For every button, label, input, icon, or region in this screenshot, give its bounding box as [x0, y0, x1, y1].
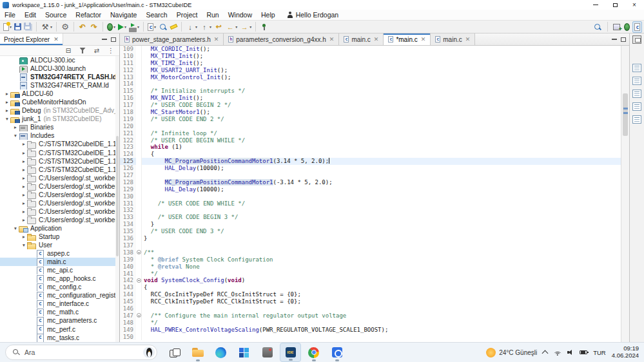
code-line-140[interactable]: 140 * @retval None	[120, 263, 621, 271]
maximize-view-icon[interactable]	[111, 37, 116, 42]
fold-margin[interactable]	[136, 200, 142, 207]
menu-edit[interactable]: Edit	[20, 11, 41, 19]
close-icon[interactable]: ✕	[214, 36, 219, 43]
build-targets-view-icon[interactable]	[632, 77, 641, 85]
tree-item-binaries[interactable]: ▸Binaries	[0, 123, 119, 131]
code-text[interactable]: MC_StartMotor1();	[142, 109, 621, 116]
expand-arrow-icon[interactable]: ▸	[4, 91, 10, 97]
occurrence-marker[interactable]	[623, 112, 628, 114]
maximize-view-icon[interactable]	[621, 37, 626, 42]
expand-arrow-icon[interactable]: ▸	[21, 184, 27, 189]
back-button[interactable]: ▾	[224, 21, 239, 33]
menu-refactor[interactable]: Refactor	[71, 11, 106, 19]
line-number[interactable]: 145	[120, 298, 136, 305]
code-text[interactable]: */	[142, 319, 621, 327]
tree-item-mc-parameters-c[interactable]: mc_parameters.c	[0, 316, 119, 325]
forward-button[interactable]: ▾	[239, 21, 253, 33]
code-text[interactable]: MX_USART2_UART_Init();	[142, 67, 621, 74]
expand-arrow-icon[interactable]: ▸	[12, 124, 19, 130]
dropdown-arrow-icon[interactable]: ▾	[124, 24, 126, 29]
tree-item-c-users-erdog-st-workbench[interactable]: ▸C:/Users/erdog/.st_workbench	[0, 216, 119, 224]
code-line-148[interactable]: 148 */	[120, 319, 621, 327]
line-number[interactable]: 132	[120, 207, 136, 214]
fold-margin[interactable]	[136, 235, 142, 242]
code-line-113[interactable]: 113 MX_MotorControl_Init();	[120, 74, 621, 81]
code-text[interactable]: /* USER CODE END WHILE */	[142, 200, 621, 207]
fold-margin[interactable]	[136, 158, 142, 165]
line-number[interactable]: 126	[120, 165, 136, 172]
undo-button[interactable]	[77, 21, 88, 33]
expand-arrow-icon[interactable]: ▸	[21, 192, 27, 198]
fold-margin[interactable]	[136, 298, 142, 305]
fold-margin[interactable]	[136, 291, 142, 298]
find-actions-icon[interactable]	[592, 21, 603, 33]
fold-margin[interactable]	[136, 305, 142, 312]
fold-margin[interactable]	[136, 60, 142, 67]
code-line-111[interactable]: 111 MX_TIM2_Init();	[120, 60, 621, 67]
line-number[interactable]: 114	[120, 81, 136, 88]
maximize-button[interactable]	[605, 0, 625, 10]
taskbar-search-box[interactable]: Ara	[5, 345, 157, 360]
tree-item-stm32g474retx-flash-ld[interactable]: STM32G474RETX_FLASH.ld	[0, 73, 119, 81]
expand-arrow-icon[interactable]: ▸	[4, 108, 10, 113]
menu-help[interactable]: Help	[257, 11, 280, 19]
taskbar-app-file-explorer[interactable]	[187, 343, 208, 362]
menu-project[interactable]: Project	[172, 11, 202, 19]
filter-icon[interactable]	[78, 46, 87, 55]
link-with-editor-icon[interactable]: ⇄	[92, 46, 101, 55]
code-text[interactable]	[142, 172, 621, 179]
code-line-126[interactable]: 126 HAL_Delay(10000);	[120, 165, 621, 172]
fold-margin[interactable]	[136, 179, 142, 186]
occurrence-marker[interactable]	[623, 108, 628, 110]
tree-item-mc-interface-c[interactable]: mc_interface.c	[0, 300, 119, 308]
dropdown-arrow-icon[interactable]: ▾	[10, 24, 12, 29]
tree-item-application[interactable]: ▾Application	[0, 224, 119, 233]
tree-item-aldcu-300-launch[interactable]: ALDCU-300.launch	[0, 64, 119, 73]
new-source-file-button[interactable]: ▾	[146, 21, 157, 33]
code-text[interactable]: /* USER CODE END 2 */	[142, 116, 621, 123]
expand-arrow-icon[interactable]: ▸	[21, 167, 27, 173]
line-number[interactable]: 141	[120, 271, 136, 278]
dropdown-arrow-icon[interactable]: ▾	[137, 24, 139, 29]
tree-item-aldcu-300-ioc[interactable]: ALDCU-300.ioc	[0, 56, 119, 64]
code-line-115[interactable]: 115 /* Initialize interrupts */	[120, 88, 621, 95]
line-number[interactable]: 129	[120, 186, 136, 193]
fold-margin[interactable]	[136, 116, 142, 123]
problems-view-icon[interactable]	[632, 115, 641, 124]
minimize-view-icon[interactable]	[612, 39, 617, 40]
tree-item-main-c[interactable]: main.c	[0, 258, 119, 266]
fold-collapse-icon[interactable]	[137, 313, 141, 318]
code-line-145[interactable]: 145 RCC_ClkInitTypeDef RCC_ClkInitStruct…	[120, 298, 621, 305]
tree-item-mc-perf-c[interactable]: mc_perf.c	[0, 325, 119, 334]
tree-item-c-users-erdog-st-workbench[interactable]: ▸C:/Users/erdog/.st_workbench	[0, 199, 119, 207]
tree-item-cubemonitorhandson[interactable]: ▸CubeMonitorHandsOn	[0, 98, 119, 106]
code-line-130[interactable]: 130	[120, 193, 621, 200]
code-line-116[interactable]: 116 MX_NVIC_Init();	[120, 95, 621, 102]
build-button[interactable]: ▾	[39, 21, 54, 33]
tree-item-mc-configuration-register[interactable]: mc_configuration_register	[0, 291, 119, 300]
code-text[interactable]: RCC_OscInitTypeDef RCC_OscInitStruct = {…	[142, 291, 621, 298]
battery-icon[interactable]	[580, 350, 587, 355]
tree-item-c-st-stm32cubeide-1-15-0[interactable]: ▸C:/ST/STM32CubeIDE_1.15.0/	[0, 166, 119, 174]
fold-margin[interactable]	[136, 228, 142, 235]
line-number[interactable]: 123	[120, 144, 136, 151]
line-number[interactable]: 128	[120, 179, 136, 186]
fold-margin[interactable]	[136, 214, 142, 221]
code-text[interactable]: /* Initialize interrupts */	[142, 88, 621, 95]
code-text[interactable]: MC_ProgramPositionCommandMotor1(-3.14 * …	[142, 179, 621, 186]
scrollbar-thumb[interactable]	[116, 136, 119, 256]
code-line-122[interactable]: 122 /* USER CODE BEGIN WHILE */	[120, 137, 621, 144]
code-line-114[interactable]: 114	[120, 81, 621, 88]
editor-tab-main-c[interactable]: cmain.c✕	[431, 33, 475, 45]
editor-tab-parameters-conversion-g4xx-h[interactable]: hparameters_conversion_g4xx.h✕	[224, 33, 339, 45]
save-all-button[interactable]	[23, 21, 34, 33]
dropdown-arrow-icon[interactable]: ▾	[113, 24, 115, 29]
code-line-124[interactable]: 124 {	[120, 151, 621, 158]
code-line-136[interactable]: 136}	[120, 235, 621, 242]
code-line-119[interactable]: 119 /* USER CODE END 2 */	[120, 116, 621, 123]
fold-margin[interactable]	[136, 249, 142, 256]
tree-item-mc-app-hooks-c[interactable]: mc_app_hooks.c	[0, 274, 119, 283]
code-line-142[interactable]: 142void SystemClock_Config(void)	[120, 277, 621, 284]
code-text[interactable]: MC_ProgramPositionCommandMotor1(3.14 * 5…	[142, 158, 621, 165]
code-text[interactable]: /* USER CODE BEGIN WHILE */	[142, 137, 621, 144]
